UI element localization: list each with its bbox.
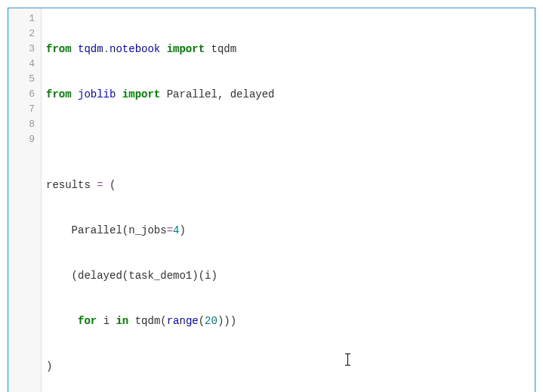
- line-number: 3: [8, 42, 41, 57]
- code-editor[interactable]: from tqdm.notebook import tqdm from jobl…: [42, 8, 535, 392]
- code-line[interactable]: ): [46, 359, 530, 374]
- line-number: 9: [8, 132, 41, 147]
- line-number: 8: [8, 117, 41, 132]
- line-number: 5: [8, 72, 41, 87]
- line-number-gutter: 1 2 3 4 5 6 7 8 9: [8, 8, 42, 392]
- code-line[interactable]: [46, 132, 530, 147]
- code-line[interactable]: from tqdm.notebook import tqdm: [46, 42, 530, 57]
- code-line[interactable]: for i in tqdm(range(20))): [46, 313, 530, 329]
- line-number: 1: [8, 11, 41, 26]
- line-number: 2: [8, 26, 41, 42]
- code-line[interactable]: Parallel(n_jobs=4): [46, 223, 530, 238]
- code-line[interactable]: results = (: [46, 177, 530, 193]
- line-number: 6: [8, 87, 41, 102]
- code-cell-active[interactable]: 1 2 3 4 5 6 7 8 9 from tqdm.notebook imp…: [8, 8, 535, 392]
- code-line[interactable]: (delayed(task_demo1)(i): [46, 268, 530, 283]
- line-number: 7: [8, 102, 41, 117]
- code-line[interactable]: from joblib import Parallel, delayed: [46, 87, 530, 102]
- line-number: 4: [8, 57, 41, 72]
